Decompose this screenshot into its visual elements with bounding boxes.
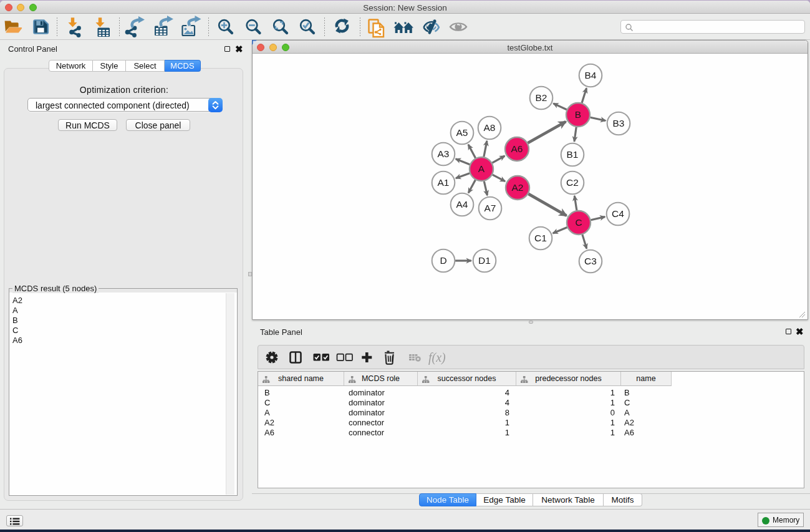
svg-text:f(x): f(x) <box>428 351 446 365</box>
svg-text:A4: A4 <box>456 199 468 210</box>
svg-text:A6: A6 <box>511 143 523 154</box>
svg-text:A2: A2 <box>512 182 524 193</box>
svg-text:A5: A5 <box>456 127 468 138</box>
svg-text:B: B <box>575 109 581 120</box>
svg-text:A7: A7 <box>485 203 496 213</box>
svg-text:A3: A3 <box>438 148 450 159</box>
svg-text:B2: B2 <box>536 92 547 103</box>
svg-text:A8: A8 <box>484 122 496 133</box>
svg-text:C: C <box>575 217 582 228</box>
svg-text:B4: B4 <box>585 70 597 80</box>
svg-text:A: A <box>478 163 485 174</box>
svg-text:C4: C4 <box>612 208 624 219</box>
svg-text:C2: C2 <box>566 177 579 188</box>
svg-text:C3: C3 <box>584 256 597 266</box>
svg-text:B3: B3 <box>613 118 625 128</box>
svg-text:A1: A1 <box>438 177 450 188</box>
svg-text:B1: B1 <box>567 149 579 160</box>
svg-text:C1: C1 <box>534 233 547 243</box>
svg-text:D: D <box>440 255 446 266</box>
svg-text:D1: D1 <box>478 255 491 266</box>
